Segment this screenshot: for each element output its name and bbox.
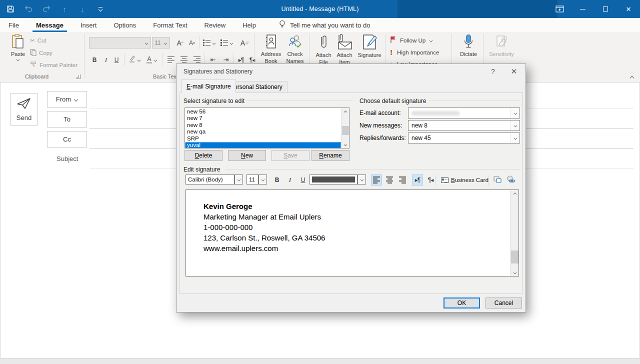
- attach-item-button[interactable]: Attach Item: [334, 34, 356, 65]
- move-up-icon[interactable]: ↑: [59, 3, 70, 15]
- maximize-icon[interactable]: [594, 0, 617, 18]
- business-card-button[interactable]: Business Card: [438, 174, 492, 186]
- send-button[interactable]: Send: [10, 93, 38, 126]
- chevron-down-icon[interactable]: [510, 133, 520, 143]
- signature-list-item[interactable]: new 56: [185, 108, 341, 115]
- cancel-button[interactable]: Cancel: [486, 298, 522, 308]
- signature-align-center-button[interactable]: [384, 174, 395, 186]
- insert-hyperlink-button[interactable]: [505, 174, 516, 186]
- edit-area-scrollbar[interactable]: [510, 190, 518, 276]
- copy-button[interactable]: Copy: [30, 49, 52, 57]
- help-icon[interactable]: ?: [488, 66, 498, 77]
- address-book-button[interactable]: Address Book: [259, 34, 283, 64]
- redo-icon[interactable]: [41, 3, 52, 15]
- save-icon[interactable]: [5, 3, 16, 15]
- rtl-paragraph-button[interactable]: ¶◂: [425, 174, 436, 186]
- signature-size-combo[interactable]: 11: [246, 174, 258, 184]
- new-button[interactable]: New: [228, 150, 266, 161]
- customize-qat-icon[interactable]: [95, 3, 106, 15]
- clipboard-group-label: Clipboard: [25, 74, 48, 80]
- paste-button[interactable]: Paste: [7, 34, 29, 61]
- bullets-button[interactable]: [202, 37, 218, 48]
- undo-icon[interactable]: [23, 3, 34, 15]
- format-painter-button[interactable]: Format Painter: [30, 61, 78, 69]
- collapse-ribbon-button[interactable]: [627, 73, 637, 81]
- signature-list-scrollbar[interactable]: [341, 108, 349, 148]
- grow-font-button[interactable]: A^: [174, 37, 186, 48]
- ok-button[interactable]: OK: [444, 298, 480, 308]
- replies-forwards-combo[interactable]: new 45: [408, 132, 520, 144]
- delete-button[interactable]: Delete: [184, 150, 222, 161]
- align-left-button[interactable]: [165, 54, 177, 66]
- ribbon-display-options-icon[interactable]: [548, 0, 571, 18]
- chevron-down-icon[interactable]: [258, 174, 267, 184]
- signature-edit-area[interactable]: Kevin GerogeMarketing Manager at Email U…: [186, 190, 519, 276]
- insert-picture-button[interactable]: [492, 174, 503, 186]
- high-importance-button[interactable]: ! High Importance: [390, 48, 439, 56]
- close-icon[interactable]: ✕: [617, 0, 640, 18]
- tab-options[interactable]: Options: [105, 18, 144, 32]
- underline-button[interactable]: U: [111, 54, 122, 66]
- italic-button[interactable]: I: [101, 54, 111, 66]
- rename-button[interactable]: Rename: [312, 150, 350, 161]
- tab-insert[interactable]: Insert: [72, 18, 106, 32]
- scrollbar-thumb[interactable]: [342, 126, 349, 135]
- dictate-button[interactable]: Dictate: [456, 34, 481, 57]
- move-down-icon[interactable]: ↓: [77, 3, 88, 15]
- chevron-down-icon[interactable]: [510, 108, 520, 118]
- to-button[interactable]: To: [47, 111, 87, 128]
- signature-align-right-button[interactable]: [397, 174, 408, 186]
- attach-file-button[interactable]: Attach File: [313, 34, 334, 65]
- signature-button[interactable]: Signature: [356, 34, 383, 58]
- ltr-paragraph-button[interactable]: ▸¶: [412, 174, 423, 186]
- new-messages-combo[interactable]: new 8: [408, 120, 520, 131]
- tab-help[interactable]: Help: [234, 18, 264, 32]
- email-account-combo[interactable]: [408, 108, 520, 118]
- clipboard-dialog-launcher[interactable]: [76, 74, 80, 79]
- tab-email-signature[interactable]: E-mail Signature: [182, 80, 236, 93]
- minimize-icon[interactable]: [571, 0, 594, 18]
- tab-message[interactable]: Message: [28, 18, 72, 32]
- tab-review[interactable]: Review: [196, 18, 234, 32]
- scrollbar-thumb[interactable]: [511, 250, 518, 264]
- chevron-down-icon[interactable]: [358, 174, 366, 184]
- clear-formatting-button[interactable]: A: [238, 37, 250, 48]
- check-names-button[interactable]: Check Names: [284, 34, 306, 64]
- signature-italic-button[interactable]: I: [284, 174, 296, 186]
- font-color-combo[interactable]: [310, 174, 358, 184]
- bold-button[interactable]: B: [89, 54, 100, 66]
- scroll-down-icon[interactable]: [510, 269, 519, 276]
- numbering-button[interactable]: [219, 37, 235, 48]
- tell-me-box[interactable]: Tell me what you want to do: [278, 20, 370, 30]
- signature-list-item[interactable]: yuval: [185, 142, 341, 148]
- follow-up-button[interactable]: Follow Up: [390, 36, 433, 44]
- tab-file[interactable]: File: [0, 18, 28, 32]
- font-color-button[interactable]: A: [144, 54, 160, 66]
- highlight-color-button[interactable]: [126, 54, 142, 66]
- chevron-down-icon[interactable]: [510, 120, 520, 130]
- font-size-combo[interactable]: 11: [152, 37, 170, 48]
- dialog-title: Signatures and Stationery: [184, 68, 252, 75]
- from-button[interactable]: From: [47, 91, 87, 108]
- signature-align-left-button[interactable]: [371, 174, 382, 186]
- cut-button[interactable]: ✂ Cut: [30, 37, 46, 44]
- signature-font-combo[interactable]: Calibri (Body): [186, 174, 234, 184]
- scroll-up-icon[interactable]: [342, 108, 350, 115]
- shrink-font-button[interactable]: Av: [186, 37, 198, 48]
- cc-button[interactable]: Cc: [47, 131, 87, 148]
- signature-list[interactable]: new 56new 7new 8new qaSRPyuval: [184, 108, 350, 148]
- signature-underline-button[interactable]: U: [298, 174, 308, 186]
- tab-format-text[interactable]: Format Text: [144, 18, 196, 32]
- chevron-down-icon[interactable]: [234, 174, 243, 184]
- close-icon[interactable]: ✕: [508, 66, 520, 78]
- signature-list-item[interactable]: new qa: [185, 128, 341, 135]
- signature-list-item[interactable]: new 7: [185, 115, 341, 122]
- signature-bold-button[interactable]: B: [272, 174, 282, 186]
- scissors-icon: ✂: [30, 37, 35, 44]
- font-name-combo[interactable]: [89, 37, 151, 48]
- signature-list-item[interactable]: new 8: [185, 122, 341, 128]
- signature-list-item[interactable]: SRP: [185, 136, 341, 142]
- scroll-down-icon[interactable]: [342, 141, 350, 148]
- scroll-up-icon[interactable]: [510, 190, 519, 197]
- attach-item-icon: [336, 34, 354, 51]
